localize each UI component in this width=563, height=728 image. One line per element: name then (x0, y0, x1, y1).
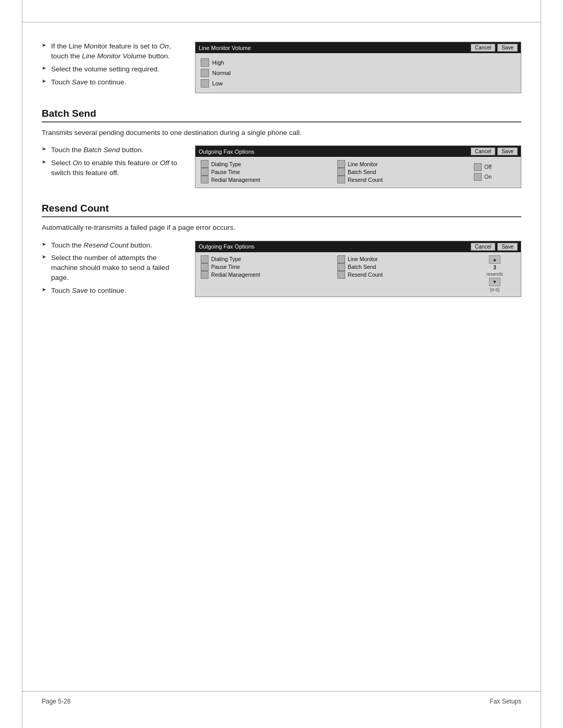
panel3-save-button[interactable]: Save (497, 243, 518, 251)
panel1-body: High Normal Low (195, 53, 521, 93)
section2-bullet-1: Touch the Batch Send button. (42, 145, 182, 155)
panel2-body: Dialing Type Pause Time Redial Managemen… (195, 157, 521, 188)
section2-bullet-list: Touch the Batch Send button. Select On t… (42, 145, 182, 178)
pause-time-checkbox[interactable] (201, 168, 209, 176)
resend-count-heading: Resend Count (42, 203, 521, 217)
panel3-col2: Line Monitor Batch Send Resend Count (337, 255, 470, 292)
section1-bullet-list: If the Line Monitor feature is set to On… (42, 42, 182, 88)
panel3-title: Outgoing Fax Options (199, 243, 254, 250)
panel3-header: Outgoing Fax Options Cancel Save (195, 241, 521, 252)
redial-mgmt-checkbox[interactable] (201, 176, 209, 183)
panel2-col2: Line Monitor Batch Send Resend Count (337, 160, 470, 183)
volume-normal-checkbox[interactable] (201, 69, 209, 77)
section2-instructions: Touch the Batch Send button. Select On t… (42, 145, 182, 188)
section3-panel-col: Outgoing Fax Options Cancel Save Dialing… (195, 241, 521, 299)
section3-bullet-1: Touch the Resend Count button. (42, 241, 182, 251)
fax-opt-resend-count: Resend Count (337, 176, 470, 183)
p3-fax-opt-batch-send: Batch Send (337, 263, 470, 271)
volume-low-checkbox[interactable] (201, 79, 209, 88)
batch-send-checkbox[interactable] (337, 168, 345, 176)
section1-bullet-2: Select the volume setting required. (42, 65, 182, 75)
p3-fax-opt-resend-count: Resend Count (337, 271, 470, 279)
p3-redial-mgmt-checkbox[interactable] (201, 271, 209, 279)
p3-resend-count-checkbox[interactable] (337, 271, 345, 279)
p3-pause-time-checkbox[interactable] (201, 263, 209, 271)
section3-instructions: Touch the Resend Count button. Select th… (42, 241, 182, 299)
panel2-header: Outgoing Fax Options Cancel Save (195, 146, 521, 157)
panel1-cancel-button[interactable]: Cancel (471, 44, 495, 52)
toggle-on-label: On (484, 174, 492, 180)
section3-bullet-3: Touch Save to continue. (42, 286, 182, 296)
panel3-header-buttons: Cancel Save (471, 243, 518, 251)
panel2-cancel-button[interactable]: Cancel (471, 147, 495, 155)
volume-low-label: Low (212, 80, 223, 87)
panel3-cancel-button[interactable]: Cancel (471, 243, 495, 251)
panel2-save-button[interactable]: Save (497, 147, 518, 155)
panel2-title: Outgoing Fax Options (199, 149, 254, 155)
page-border-top (22, 22, 541, 22)
panel3-col1: Dialing Type Pause Time Redial Managemen… (201, 255, 333, 292)
p3-pause-time-label: Pause Time (211, 264, 240, 270)
panel3-options-grid: Dialing Type Pause Time Redial Managemen… (201, 255, 516, 292)
volume-high-checkbox[interactable] (201, 58, 209, 67)
resend-range-label: [0-5] (490, 287, 499, 292)
volume-option-normal: Normal (201, 69, 516, 77)
section-resend-count: Resend Count Automatically re-transmits … (42, 203, 521, 299)
panel1-title: Line Monitor Volume (199, 45, 251, 51)
fax-opt-dialing-type: Dialing Type (201, 160, 333, 168)
resend-up-button[interactable]: ▲ (489, 255, 500, 264)
line-monitor-volume-panel: Line Monitor Volume Cancel Save High (195, 42, 521, 93)
section2-panel-col: Outgoing Fax Options Cancel Save Dialing… (195, 145, 521, 188)
toggle-on-option: On (474, 173, 516, 181)
resend-down-button[interactable]: ▼ (489, 278, 500, 286)
dialing-type-checkbox[interactable] (201, 160, 209, 168)
p3-batch-send-label: Batch Send (348, 264, 376, 270)
panel2-header-buttons: Cancel Save (471, 147, 518, 155)
fax-opt-batch-send: Batch Send (337, 168, 470, 176)
pause-time-label: Pause Time (211, 169, 240, 175)
resend-label: resends (486, 272, 503, 277)
resend-count-label: Resend Count (348, 177, 383, 183)
p3-redial-mgmt-label: Redial Management (211, 272, 260, 278)
batch-send-description: Transmits several pending documents to o… (42, 128, 521, 138)
section3-bullet-2: Select the number of attempts the machin… (42, 253, 182, 283)
resend-count-value: 3 (493, 265, 496, 270)
section1-bullet-3: Touch Save to continue. (42, 78, 182, 88)
resend-count-description: Automatically re-transmits a failed page… (42, 223, 521, 233)
resend-count-checkbox[interactable] (337, 176, 345, 183)
batch-send-label: Batch Send (348, 169, 376, 175)
p3-dialing-type-checkbox[interactable] (201, 255, 209, 263)
fax-opt-redial-mgmt: Redial Management (201, 176, 333, 183)
page-border-left (22, 0, 22, 728)
line-monitor-checkbox[interactable] (337, 160, 345, 168)
batch-send-panel: Outgoing Fax Options Cancel Save Dialing… (195, 145, 521, 188)
section-line-monitor-volume: If the Line Monitor feature is set to On… (42, 42, 521, 93)
p3-batch-send-checkbox[interactable] (337, 263, 345, 271)
volume-high-label: High (212, 59, 224, 66)
fax-opt-pause-time: Pause Time (201, 168, 333, 176)
line-monitor-label: Line Monitor (348, 161, 378, 167)
toggle-off-box[interactable] (474, 163, 482, 171)
panel1-save-button[interactable]: Save (497, 44, 518, 52)
p3-line-monitor-checkbox[interactable] (337, 255, 345, 263)
panel3-resend-control: ▲ 3 resends ▼ [0-5] (474, 255, 516, 292)
toggle-on-box[interactable] (474, 173, 482, 181)
panel2-options-grid: Dialing Type Pause Time Redial Managemen… (201, 160, 516, 183)
section1-bullet-1: If the Line Monitor feature is set to On… (42, 42, 182, 61)
section1-instructions: If the Line Monitor feature is set to On… (42, 42, 182, 93)
page-border-right (541, 0, 541, 728)
p3-fax-opt-pause-time: Pause Time (201, 263, 333, 271)
p3-fax-opt-line-monitor: Line Monitor (337, 255, 470, 263)
section1-panel-col: Line Monitor Volume Cancel Save High (195, 42, 521, 93)
redial-mgmt-label: Redial Management (211, 177, 260, 183)
section3-bullet-list: Touch the Resend Count button. Select th… (42, 241, 182, 296)
resend-count-panel: Outgoing Fax Options Cancel Save Dialing… (195, 241, 521, 297)
p3-resend-count-label: Resend Count (348, 272, 383, 278)
fax-opt-line-monitor: Line Monitor (337, 160, 470, 168)
page-footer: Page 5-28 Fax Setups (42, 698, 521, 705)
dialing-type-label: Dialing Type (211, 161, 241, 167)
section2-bullet-2: Select On to enable this feature or Off … (42, 158, 182, 178)
volume-option-high: High (201, 58, 516, 67)
section-batch-send: Batch Send Transmits several pending doc… (42, 108, 521, 188)
panel1-header-buttons: Cancel Save (471, 44, 518, 52)
